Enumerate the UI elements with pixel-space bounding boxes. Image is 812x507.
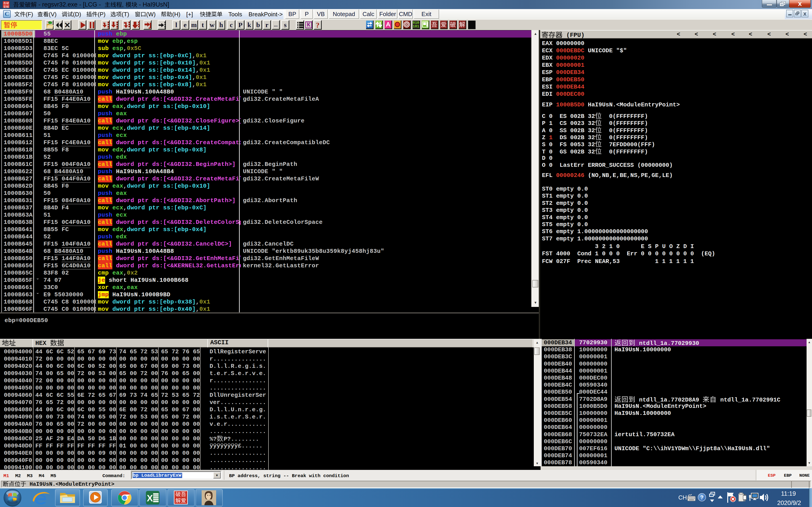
svg-text:X: X [147, 493, 153, 503]
